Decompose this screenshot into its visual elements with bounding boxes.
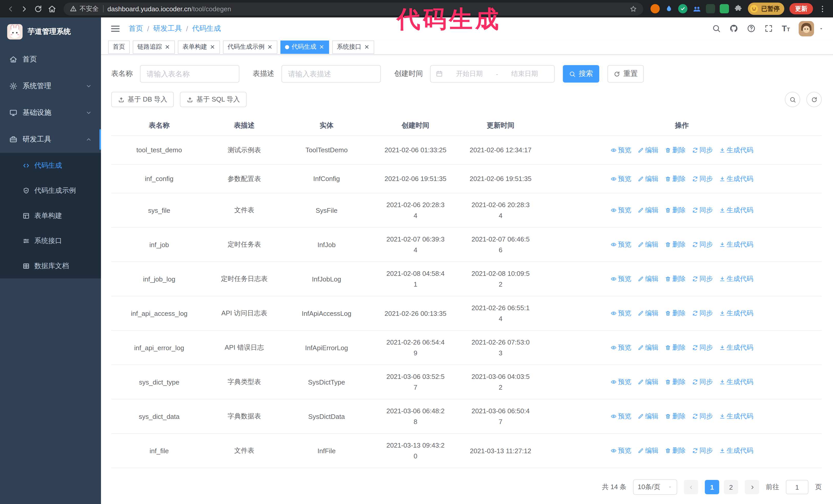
preview-link[interactable]: 预览 bbox=[610, 274, 631, 284]
toggle-search-button[interactable] bbox=[785, 92, 800, 107]
preview-link[interactable]: 预览 bbox=[610, 446, 631, 455]
preview-link[interactable]: 预览 bbox=[610, 412, 631, 421]
generate-code-link[interactable]: 生成代码 bbox=[719, 309, 753, 318]
delete-link[interactable]: 删除 bbox=[665, 309, 686, 318]
generate-code-link[interactable]: 生成代码 bbox=[719, 274, 753, 284]
page-button-1[interactable]: 1 bbox=[705, 480, 719, 494]
orange-extension-icon[interactable] bbox=[650, 4, 660, 13]
green-extension-icon[interactable] bbox=[720, 4, 729, 13]
search-button[interactable]: 搜索 bbox=[563, 65, 599, 82]
edit-link[interactable]: 编辑 bbox=[638, 343, 659, 352]
sidebar-item-infra[interactable]: 基础设施 bbox=[0, 99, 101, 126]
delete-link[interactable]: 删除 bbox=[665, 206, 686, 215]
edit-link[interactable]: 编辑 bbox=[638, 174, 659, 183]
sync-link[interactable]: 同步 bbox=[692, 377, 713, 387]
sync-link[interactable]: 同步 bbox=[692, 412, 713, 421]
tab-2[interactable]: 链路追踪 bbox=[133, 41, 175, 54]
goto-page-input[interactable] bbox=[786, 480, 808, 494]
close-icon[interactable] bbox=[165, 44, 170, 50]
delete-link[interactable]: 删除 bbox=[665, 343, 686, 352]
puzzle-icon[interactable] bbox=[734, 4, 743, 13]
delete-link[interactable]: 删除 bbox=[665, 274, 686, 284]
edit-link[interactable]: 编辑 bbox=[638, 206, 659, 215]
sync-link[interactable]: 同步 bbox=[692, 206, 713, 215]
browser-menu-icon[interactable] bbox=[818, 4, 827, 13]
generate-code-link[interactable]: 生成代码 bbox=[719, 240, 753, 249]
tab-5[interactable]: 代码生成 bbox=[280, 41, 329, 54]
caret-down-icon[interactable] bbox=[819, 26, 824, 31]
generate-code-link[interactable]: 生成代码 bbox=[719, 206, 753, 215]
preview-link[interactable]: 预览 bbox=[610, 240, 631, 249]
people-extension-icon[interactable] bbox=[692, 4, 701, 13]
sync-link[interactable]: 同步 bbox=[692, 174, 713, 183]
breadcrumb-item-1[interactable]: 研发工具 bbox=[153, 24, 182, 33]
prev-page-button[interactable] bbox=[684, 480, 698, 494]
preview-link[interactable]: 预览 bbox=[610, 145, 631, 154]
table-name-input[interactable] bbox=[140, 65, 239, 82]
preview-link[interactable]: 预览 bbox=[610, 343, 631, 352]
sync-link[interactable]: 同步 bbox=[692, 446, 713, 455]
sync-link[interactable]: 同步 bbox=[692, 145, 713, 154]
sidebar-item-form-build[interactable]: 表单构建 bbox=[0, 203, 101, 228]
edit-link[interactable]: 编辑 bbox=[638, 309, 659, 318]
close-icon[interactable] bbox=[210, 44, 215, 50]
update-button[interactable]: 更新 bbox=[789, 3, 813, 14]
fullscreen-icon[interactable] bbox=[764, 24, 773, 33]
date-range-picker[interactable]: 开始日期 - 结束日期 bbox=[430, 65, 555, 82]
tab-3[interactable]: 表单构建 bbox=[178, 41, 220, 54]
sidebar-item-home[interactable]: 首页 bbox=[0, 46, 101, 73]
bookmark-star-icon[interactable] bbox=[629, 5, 637, 13]
tab-6[interactable]: 系统接口 bbox=[332, 41, 374, 54]
reload-icon[interactable] bbox=[34, 4, 43, 13]
sync-link[interactable]: 同步 bbox=[692, 240, 713, 249]
generate-code-link[interactable]: 生成代码 bbox=[719, 446, 753, 455]
next-page-button[interactable] bbox=[745, 480, 759, 494]
delete-link[interactable]: 删除 bbox=[665, 412, 686, 421]
browser-home-icon[interactable] bbox=[48, 4, 56, 13]
help-icon[interactable] bbox=[747, 24, 756, 33]
preview-link[interactable]: 预览 bbox=[610, 377, 631, 387]
delete-link[interactable]: 删除 bbox=[665, 240, 686, 249]
page-button-2[interactable]: 2 bbox=[724, 480, 738, 494]
edit-link[interactable]: 编辑 bbox=[638, 145, 659, 154]
edit-link[interactable]: 编辑 bbox=[638, 446, 659, 455]
breadcrumb-item-0[interactable]: 首页 bbox=[129, 24, 143, 33]
import-db-button[interactable]: 基于 DB 导入 bbox=[111, 92, 174, 107]
sync-link[interactable]: 同步 bbox=[692, 343, 713, 352]
sync-link[interactable]: 同步 bbox=[692, 274, 713, 284]
blue-drop-extension-icon[interactable] bbox=[664, 4, 673, 13]
github-icon[interactable] bbox=[730, 24, 738, 33]
dark-green-extension-icon[interactable] bbox=[706, 4, 715, 13]
back-icon[interactable] bbox=[6, 4, 15, 13]
tab-4[interactable]: 代码生成示例 bbox=[223, 41, 277, 54]
address-bar[interactable]: 不安全 dashboard.yudao.iocoder.cn/tool/code… bbox=[64, 2, 643, 15]
sidebar-item-db-doc[interactable]: 数据库文档 bbox=[0, 253, 101, 279]
search-icon[interactable] bbox=[712, 24, 721, 33]
edit-link[interactable]: 编辑 bbox=[638, 240, 659, 249]
sidebar-item-system[interactable]: 系统管理 bbox=[0, 73, 101, 99]
generate-code-link[interactable]: 生成代码 bbox=[719, 343, 753, 352]
close-icon[interactable] bbox=[267, 44, 273, 50]
preview-link[interactable]: 预览 bbox=[610, 174, 631, 183]
generate-code-link[interactable]: 生成代码 bbox=[719, 174, 753, 183]
hamburger-icon[interactable] bbox=[110, 24, 120, 34]
sidebar-item-api[interactable]: 系统接口 bbox=[0, 228, 101, 253]
green-check-extension-icon[interactable] bbox=[678, 4, 687, 13]
close-icon[interactable] bbox=[319, 44, 325, 50]
reset-button[interactable]: 重置 bbox=[608, 65, 644, 82]
generate-code-link[interactable]: 生成代码 bbox=[719, 377, 753, 387]
delete-link[interactable]: 删除 bbox=[665, 174, 686, 183]
import-sql-button[interactable]: 基于 SQL 导入 bbox=[180, 92, 247, 107]
preview-link[interactable]: 预览 bbox=[610, 309, 631, 318]
edit-link[interactable]: 编辑 bbox=[638, 412, 659, 421]
sidebar-item-codegen[interactable]: 代码生成 bbox=[0, 153, 101, 178]
generate-code-link[interactable]: 生成代码 bbox=[719, 145, 753, 154]
forward-icon[interactable] bbox=[20, 4, 29, 13]
app-logo[interactable]: 芋道管理系统 bbox=[0, 18, 101, 46]
generate-code-link[interactable]: 生成代码 bbox=[719, 412, 753, 421]
preview-link[interactable]: 预览 bbox=[610, 206, 631, 215]
sidebar-item-codegen-demo[interactable]: 代码生成示例 bbox=[0, 178, 101, 203]
refresh-list-button[interactable] bbox=[806, 92, 822, 107]
sync-link[interactable]: 同步 bbox=[692, 309, 713, 318]
delete-link[interactable]: 删除 bbox=[665, 377, 686, 387]
